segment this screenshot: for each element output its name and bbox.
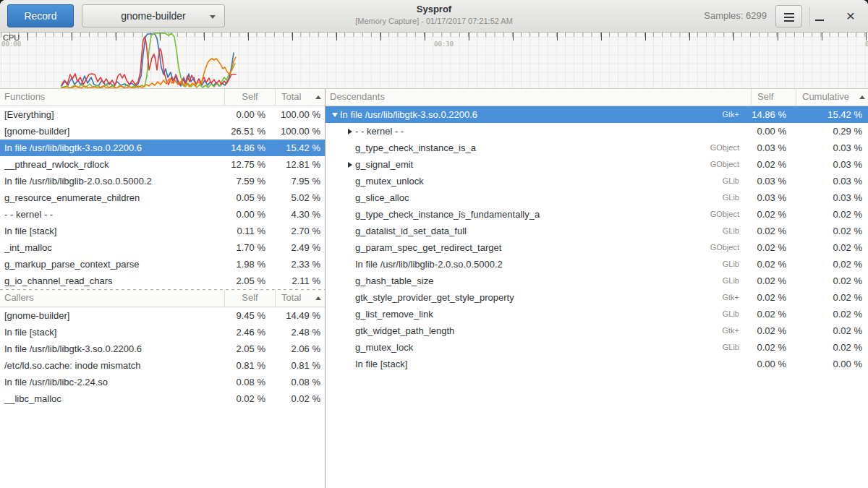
table-row[interactable]: /etc/ld.so.cache: inode mismatch0.81 %0.… — [0, 357, 325, 374]
table-row[interactable]: In file /usr/lib/libglib-2.0.so.0.5000.2… — [0, 173, 325, 189]
table-row[interactable]: gtk_widget_path_lengthGtk+0.02 %0.02 % — [326, 322, 868, 339]
library-category — [689, 356, 741, 372]
cumulative-percent: 0.03 % — [790, 173, 868, 189]
expander-placeholder — [345, 173, 355, 189]
function-name: gtk_style_provider_get_style_property — [355, 289, 689, 306]
total-percent: 2.33 % — [271, 256, 325, 273]
cumulative-percent: 0.00 % — [790, 356, 868, 372]
time-tick-label: 00:00 — [1, 40, 21, 48]
self-percent: 0.00 % — [215, 106, 271, 123]
functions-header: Functions Self Total — [0, 89, 325, 106]
function-name: g_type_check_instance_is_a — [355, 140, 689, 156]
total-percent: 2.11 % — [271, 273, 325, 289]
descendants-column-header[interactable]: Descendants — [326, 89, 751, 106]
self-percent: 0.11 % — [215, 223, 271, 239]
total-percent: 2.70 % — [271, 223, 325, 239]
table-row[interactable]: g_hash_table_sizeGLib0.02 %0.02 % — [326, 273, 868, 289]
library-category: GObject — [689, 239, 741, 256]
expander-closed-icon[interactable] — [345, 156, 355, 173]
self-percent: 0.03 % — [741, 189, 790, 206]
library-category: GObject — [689, 140, 741, 156]
total-column-header[interactable]: Total — [275, 89, 325, 106]
time-tick-label: 01:00 — [865, 40, 868, 48]
function-name: In file /usr/lib/libgtk-3.so.0.2200.6 — [0, 140, 215, 156]
library-category: GLib — [689, 339, 741, 356]
table-row[interactable]: g_resource_enumerate_children0.05 %5.02 … — [0, 189, 325, 206]
cumulative-percent: 0.02 % — [790, 273, 868, 289]
self-percent: 0.00 % — [741, 356, 790, 372]
functions-column-header[interactable]: Functions — [0, 89, 224, 106]
table-row[interactable]: In file /usr/lib/libc-2.24.so0.08 %0.08 … — [0, 374, 325, 390]
function-name: In file [stack] — [0, 324, 215, 341]
table-row[interactable]: In file /usr/lib/libgtk-3.so.0.2200.6Gtk… — [326, 106, 868, 123]
target-process-dropdown[interactable]: gnome-builder — [82, 4, 225, 27]
table-row[interactable]: g_mutex_unlockGLib0.03 %0.03 % — [326, 173, 868, 189]
expander-closed-icon[interactable] — [345, 123, 355, 140]
cpu-usage-graph[interactable]: CPU 00:0000:3001:00 — [0, 33, 868, 89]
hamburger-icon — [784, 17, 794, 18]
table-row[interactable]: g_datalist_id_set_data_fullGLib0.02 %0.0… — [326, 223, 868, 239]
self-percent: 0.02 % — [741, 256, 790, 273]
table-row[interactable]: [gnome-builder]26.51 %100.00 % — [0, 123, 325, 140]
function-name: In file /usr/lib/libgtk-3.so.0.2200.6 — [340, 106, 689, 123]
table-row[interactable]: - - kernel - -0.00 %4.30 % — [0, 206, 325, 223]
total-percent: 5.02 % — [271, 189, 325, 206]
table-row[interactable]: g_list_remove_linkGLib0.02 %0.02 % — [326, 306, 868, 322]
table-row[interactable]: gtk_style_provider_get_style_propertyGtk… — [326, 289, 868, 306]
table-row[interactable]: g_type_check_instance_is_aGObject0.03 %0… — [326, 140, 868, 156]
menu-button[interactable] — [775, 5, 802, 27]
function-name: g_type_check_instance_is_fundamentally_a — [355, 206, 689, 223]
expander-placeholder — [345, 289, 355, 306]
self-percent: 0.05 % — [215, 189, 271, 206]
cumulative-percent: 0.02 % — [790, 339, 868, 356]
self-column-header[interactable]: Self — [224, 89, 275, 106]
record-button[interactable]: Record — [7, 4, 74, 27]
table-row[interactable]: g_type_check_instance_is_fundamentally_a… — [326, 206, 868, 223]
table-row[interactable]: g_markup_parse_context_parse1.98 %2.33 % — [0, 256, 325, 273]
self-percent: 0.02 % — [741, 339, 790, 356]
functions-table: Functions Self Total [Everything]0.00 %1… — [0, 89, 325, 289]
self-column-header[interactable]: Self — [751, 89, 796, 106]
table-row[interactable]: - - kernel - -0.00 %0.29 % — [326, 123, 868, 140]
function-name: In file [stack] — [355, 356, 689, 372]
self-percent: 2.05 % — [215, 341, 271, 357]
table-row[interactable]: In file [stack]2.46 %2.48 % — [0, 324, 325, 341]
cumulative-column-header[interactable]: Cumulative — [796, 89, 868, 106]
table-row[interactable]: In file /usr/lib/libgtk-3.so.0.2200.62.0… — [0, 341, 325, 357]
table-row[interactable]: In file /usr/lib/libglib-2.0.so.0.5000.2… — [326, 256, 868, 273]
table-row[interactable]: [gnome-builder]9.45 %14.49 % — [0, 307, 325, 324]
library-category: GLib — [689, 189, 741, 206]
self-percent: 14.86 % — [215, 140, 271, 156]
table-row[interactable]: g_io_channel_read_chars2.05 %2.11 % — [0, 273, 325, 289]
minimize-button[interactable] — [808, 5, 831, 27]
table-row[interactable]: In file /usr/lib/libgtk-3.so.0.2200.614.… — [0, 140, 325, 156]
callers-rows: [gnome-builder]9.45 %14.49 %In file [sta… — [0, 307, 325, 407]
self-column-header[interactable]: Self — [224, 290, 275, 307]
target-process-label: gnome-builder — [121, 5, 186, 27]
function-name: g_signal_emit — [355, 156, 689, 173]
self-percent: 14.86 % — [741, 106, 790, 123]
cumulative-percent: 0.02 % — [790, 289, 868, 306]
callers-column-header[interactable]: Callers — [0, 290, 224, 307]
table-row[interactable]: In file [stack]0.00 %0.00 % — [326, 356, 868, 372]
table-row[interactable]: g_slice_allocGLib0.03 %0.03 % — [326, 189, 868, 206]
table-row[interactable]: __pthread_rwlock_rdlock12.75 %12.81 % — [0, 156, 325, 173]
self-percent: 0.02 % — [741, 273, 790, 289]
total-percent: 0.08 % — [271, 374, 325, 390]
cumulative-percent: 0.02 % — [790, 322, 868, 339]
callers-header: Callers Self Total — [0, 290, 325, 307]
total-column-header[interactable]: Total — [275, 290, 325, 307]
table-row[interactable]: g_signal_emitGObject0.02 %0.03 % — [326, 156, 868, 173]
expander-placeholder — [345, 322, 355, 339]
table-row[interactable]: __libc_malloc0.02 %0.02 % — [0, 390, 325, 407]
total-percent: 12.81 % — [271, 156, 325, 173]
table-row[interactable]: g_param_spec_get_redirect_targetGObject0… — [326, 239, 868, 256]
table-row[interactable]: In file [stack]0.11 %2.70 % — [0, 223, 325, 239]
expander-placeholder — [345, 273, 355, 289]
close-button[interactable]: × — [839, 5, 862, 27]
function-name: [gnome-builder] — [0, 123, 215, 140]
expander-open-icon[interactable] — [330, 106, 340, 123]
table-row[interactable]: g_mutex_lockGLib0.02 %0.02 % — [326, 339, 868, 356]
table-row[interactable]: [Everything]0.00 %100.00 % — [0, 106, 325, 123]
table-row[interactable]: _int_malloc1.70 %2.49 % — [0, 239, 325, 256]
